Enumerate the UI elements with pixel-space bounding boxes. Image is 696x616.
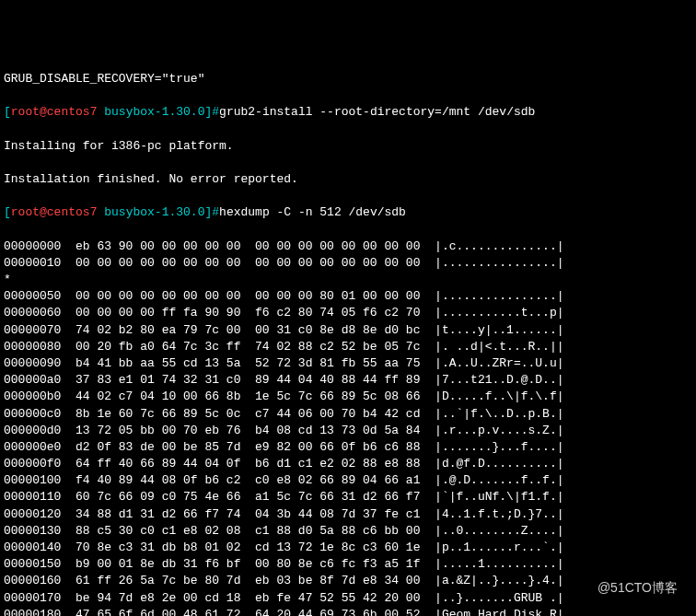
hexdump-line: 00000080 00 20 fb a0 64 7c 3c ff 74 02 8… [4, 339, 692, 355]
hexdump-line: 00000170 be 94 7d e8 2e 00 cd 18 eb fe 4… [4, 590, 692, 607]
hexdump-output: 00000000 eb 63 90 00 00 00 00 00 00 00 0… [4, 238, 692, 616]
hexdump-line: 00000120 34 88 d1 31 d2 66 f7 74 04 3b 4… [4, 506, 692, 523]
hexdump-line: 00000050 00 00 00 00 00 00 00 00 00 00 0… [4, 288, 692, 305]
hexdump-line: 00000090 b4 41 bb aa 55 cd 13 5a 52 72 3… [4, 355, 692, 372]
hexdump-line: 000000b0 44 02 c7 04 10 00 66 8b 1e 5c 7… [4, 389, 692, 405]
hexdump-line: * [4, 272, 692, 288]
hexdump-line: 00000060 00 00 00 00 ff fa 90 90 f6 c2 8… [4, 305, 692, 321]
hexdump-line: 00000140 70 8e c3 31 db b8 01 02 cd 13 7… [4, 540, 692, 556]
hexdump-line: 000000f0 64 ff 40 66 89 44 04 0f b6 d1 c… [4, 456, 692, 472]
hexdump-line: 000000d0 13 72 05 bb 00 70 eb 76 b4 08 c… [4, 423, 692, 439]
hexdump-line: 00000130 88 c5 30 c0 c1 e8 02 08 c1 88 d… [4, 523, 692, 540]
install-msg-2: Installation finished. No error reported… [4, 171, 692, 188]
hexdump-line: 00000180 47 65 6f 6d 00 48 61 72 64 20 4… [4, 607, 692, 616]
hexdump-line: 00000110 60 7c 66 09 c0 75 4e 66 a1 5c 7… [4, 489, 692, 506]
watermark: @51CTO博客 [597, 579, 678, 598]
hexdump-line: 000000a0 37 83 e1 01 74 32 31 c0 89 44 0… [4, 372, 692, 389]
hexdump-line: 00000150 b9 00 01 8e db 31 f6 bf 00 80 8… [4, 556, 692, 573]
terminal-output: GRUB_DISABLE_RECOVERY="true" [4, 71, 692, 87]
hexdump-line: 00000100 f4 40 89 44 08 0f b6 c2 c0 e8 0… [4, 472, 692, 489]
hexdump-line: 00000010 00 00 00 00 00 00 00 00 00 00 0… [4, 255, 692, 272]
hexdump-line: 000000e0 d2 0f 83 de 00 be 85 7d e9 82 0… [4, 439, 692, 456]
install-msg-1: Installing for i386-pc platform. [4, 138, 692, 155]
hexdump-line: 00000000 eb 63 90 00 00 00 00 00 00 00 0… [4, 238, 692, 255]
hexdump-line: 00000070 74 02 b2 80 ea 79 7c 00 00 31 c… [4, 322, 692, 339]
prompt-line-2: [root@centos7 busybox-1.30.0]#hexdump -C… [4, 204, 692, 221]
hexdump-line: 00000160 61 ff 26 5a 7c be 80 7d eb 03 b… [4, 573, 692, 589]
hexdump-line: 000000c0 8b 1e 60 7c 66 89 5c 0c c7 44 0… [4, 406, 692, 423]
prompt-line-1: [root@centos7 busybox-1.30.0]#grub2-inst… [4, 104, 692, 121]
